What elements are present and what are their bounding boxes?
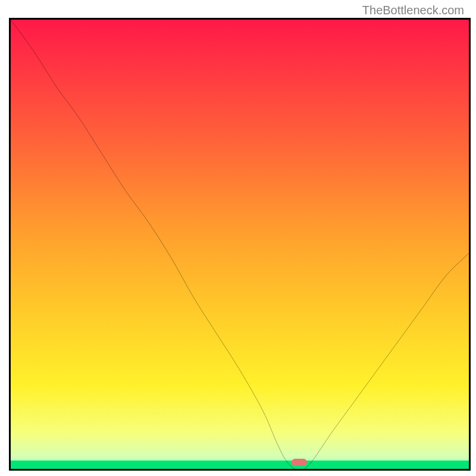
optimal-point-marker — [292, 459, 307, 466]
chart-container: TheBottleneck.com — [0, 0, 476, 476]
bottleneck-curve — [11, 20, 469, 469]
watermark-text: TheBottleneck.com — [362, 4, 464, 17]
curve-layer — [11, 20, 469, 469]
plot-area — [9, 18, 471, 471]
